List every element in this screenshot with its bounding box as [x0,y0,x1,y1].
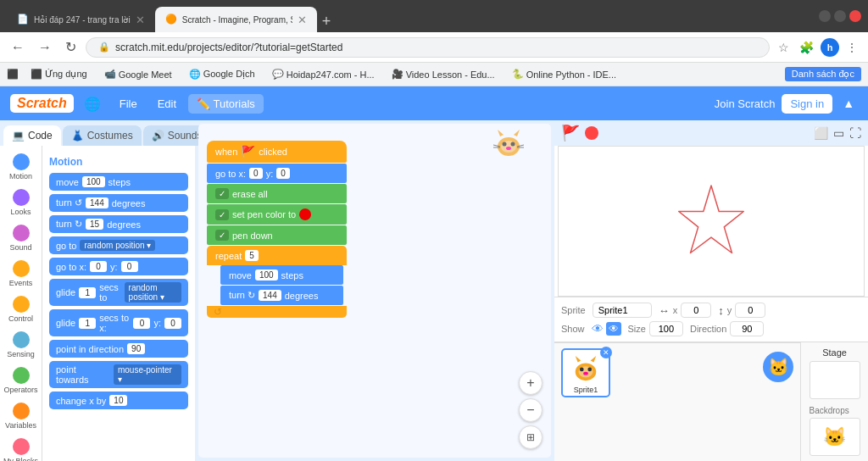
block-point-direction[interactable]: point in direction 90 [49,340,188,358]
category-sensing[interactable]: Sensing [2,328,41,362]
green-flag-button[interactable]: 🚩 [561,124,580,142]
svg-point-14 [580,368,584,372]
block-erase-all[interactable]: ✓ erase all [207,184,347,203]
block-turn-repeat[interactable]: turn ↻ 144 degrees [220,286,343,305]
when-text: when [215,147,237,157]
bookmark-video[interactable]: 🎥 Video Lesson - Edu... [387,67,500,81]
tab-code[interactable]: 💻 Code [3,125,61,146]
maximize-button[interactable] [834,10,846,22]
variables-label: Variables [5,421,36,430]
scratch-logo[interactable]: Scratch [10,94,74,113]
tab-costumes[interactable]: 👗 Costumes [63,125,142,146]
category-looks[interactable]: Looks [2,186,41,219]
bookmark-python[interactable]: 🐍 Online Python - IDE... [507,67,621,81]
tab-close-1[interactable]: ✕ [136,14,145,26]
bookmark-hoidap[interactable]: 💬 Hoidap247.com - H... [267,67,380,81]
show-eye-button[interactable]: 👁 [592,322,604,336]
y-label: y [727,305,732,315]
block-change-x[interactable]: change x by 10 [49,392,188,409]
code-area[interactable]: when 🚩 clicked go to x: 0 y: 0 ✓ erase a… [198,124,551,458]
url-bar[interactable]: 🔒 scratch.mit.edu/projects/editor/?tutor… [86,37,770,58]
extensions-icon[interactable]: 🧩 [796,39,817,56]
close-button[interactable] [849,10,861,22]
tab-favicon-1: 📄 [17,14,29,25]
block-glide-xy[interactable]: glide 1 secs to x: 0 y: 0 [49,309,188,336]
sensing-label: Sensing [7,350,35,358]
signin-button[interactable]: Sign in [782,94,832,114]
direction-input[interactable] [730,321,764,336]
block-move-repeat[interactable]: move 100 steps [220,265,343,285]
y-input[interactable] [735,303,765,318]
block-goto-xy-script[interactable]: go to x: 0 y: 0 [207,164,347,183]
hide-eye-button[interactable]: 👁 [606,322,621,336]
fullscreen-button[interactable]: ⛶ [849,126,861,140]
nav-tutorials[interactable]: ✏️ Tutorials [188,94,264,114]
block-point-towards[interactable]: point towards mouse-pointer ▾ [49,361,188,388]
add-sprite-button[interactable]: 🐱 [763,352,793,382]
category-motion[interactable]: Motion [2,150,41,184]
block-when-flag[interactable]: when 🚩 clicked [207,141,347,163]
normal-stage-button[interactable]: ▭ [833,126,844,140]
editor: 💻 Code 👗 Costumes 🔊 Sounds Motion [0,120,868,461]
sound-label: Sound [9,243,31,252]
tab-close-2[interactable]: ✕ [298,14,307,26]
block-goto-xy[interactable]: go to x: 0 y: 0 [49,258,188,275]
stage-section: Stage Backdrops 🐱 [800,342,868,461]
add-backdrop-button[interactable]: 🐱 [810,419,860,455]
minimize-button[interactable] [819,10,831,22]
bookmark-translate[interactable]: 🌐 Google Dịch [184,67,260,81]
small-stage-button[interactable]: ⬜ [814,126,828,140]
sprite-delete-button[interactable]: ✕ [600,347,612,358]
block-set-pen-color[interactable]: ✓ set pen color to [207,204,347,225]
profile-button[interactable]: h [821,38,839,57]
code-area-container: when 🚩 clicked go to x: 0 y: 0 ✓ erase a… [195,120,554,461]
category-sound[interactable]: Sound [2,221,41,255]
category-variables[interactable]: Variables [2,399,41,433]
stop-button[interactable] [585,126,598,140]
zoom-in-button[interactable]: + [519,371,542,395]
refresh-button[interactable]: ↻ [61,37,81,57]
nav-file[interactable]: File [111,94,146,114]
forward-button[interactable]: → [34,38,56,57]
search-icon[interactable]: ▲ [839,95,858,112]
fit-button[interactable]: ⊞ [519,425,542,449]
nav-edit[interactable]: Edit [149,94,185,114]
bookmark-meet[interactable]: 📹 Google Meet [99,67,177,81]
stage-mini-preview[interactable] [810,361,860,399]
block-turn-right[interactable]: turn ↻ 15 degrees [49,215,188,233]
reading-list-button[interactable]: Danh sách đọc [785,67,861,81]
pen-color-swatch[interactable] [299,208,311,220]
block-pen-down[interactable]: ✓ pen down [207,225,347,245]
tab-scratch[interactable]: 🟠 Scratch - Imagine, Program, Sha... ✕ [155,7,317,32]
bookmark-apps[interactable]: ⬛ Ứng dụng [25,67,92,81]
block-repeat[interactable]: repeat 5 [207,246,347,265]
browser-tabs: 📄 Hỏi đáp 247 - trang tra lời ✕ 🟠 Scratc… [7,0,814,32]
events-dot [13,260,30,277]
block-glide-random[interactable]: glide 1 secs to random position ▾ [49,279,188,306]
back-button[interactable]: ← [7,38,29,57]
block-goto-random[interactable]: go to random position ▾ [49,236,188,254]
backdrops-thumb[interactable]: 🐱 [810,418,860,456]
left-panel: 💻 Code 👗 Costumes 🔊 Sounds Motion [0,120,195,461]
size-input[interactable] [649,321,683,336]
size-field: Size [628,321,683,336]
sprite-thumb-sprite1[interactable]: ✕ Sprite1 [561,348,610,397]
block-move[interactable]: move 100 steps [49,173,188,191]
zoom-out-button[interactable]: − [519,398,542,422]
category-myblocks[interactable]: My Blocks [2,435,41,461]
category-control[interactable]: Control [2,292,41,326]
menu-button[interactable]: ⋮ [843,39,861,56]
new-tab-button[interactable]: + [317,11,337,32]
blocks-panel-inner: Motion Looks Sound Events Control [0,146,195,461]
tab-hoidap[interactable]: 📄 Hỏi đáp 247 - trang tra lời ✕ [7,7,155,32]
sprite-label: Sprite [561,305,586,315]
bookmark-star-icon[interactable]: ☆ [775,39,793,56]
x-input[interactable] [681,303,711,318]
block-turn-left[interactable]: turn ↺ 144 degrees [49,194,188,212]
join-button[interactable]: Join Scratch [715,97,776,110]
sprite-name-input[interactable] [593,303,652,318]
category-operators[interactable]: Operators [2,364,41,397]
add-sprite-area: 🐱 [763,348,793,382]
category-events[interactable]: Events [2,257,41,291]
globe-icon[interactable]: 🌐 [84,96,101,112]
